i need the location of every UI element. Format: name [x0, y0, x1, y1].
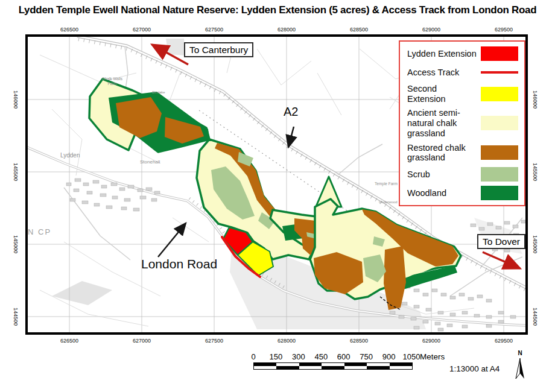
scale-bar-segment: [344, 363, 367, 366]
easting-label: 629500: [495, 27, 513, 33]
easting-label: 628000: [278, 338, 296, 344]
easting-label: 629500: [495, 338, 513, 344]
legend-color-swatch: [481, 145, 518, 160]
legend-item-label: Scrub: [407, 169, 481, 180]
scale-tick-label: 750: [360, 352, 373, 361]
scale-bar-segment: [390, 366, 412, 369]
legend-color-swatch: [481, 167, 518, 182]
legend-item-access-track: Access Track: [407, 65, 518, 80]
legend-item-woodland: Woodland: [407, 186, 518, 200]
northing-label: 145000: [532, 235, 538, 253]
easting-label: 628500: [350, 338, 368, 344]
easting-label: 626500: [60, 338, 78, 344]
northing-label: 145000: [13, 235, 19, 253]
scale-bar-segment: [299, 366, 322, 369]
a2-arrow: [288, 127, 294, 147]
scale-tick-label: 0: [251, 352, 255, 361]
temple-farm-label: Temple Farm: [375, 182, 398, 186]
easting-label: 627000: [133, 27, 151, 33]
scale-bar-segment: [322, 366, 344, 369]
legend-item-label: Lydden Extension: [407, 49, 481, 59]
scale-tick-label: 450: [314, 352, 328, 361]
map-sheet: Lydden Temple Ewell National Nature Rese…: [0, 0, 555, 392]
easting-label: 627500: [205, 27, 223, 33]
scale-bar-segment: [344, 366, 367, 369]
legend: Lydden ExtensionAccess TrackSecond Exten…: [399, 40, 525, 206]
page-title: Lydden Temple Ewell National Nature Rese…: [0, 4, 555, 16]
legend-item-label: Restored chalk grassland: [407, 143, 481, 163]
chalk-walls-farm-label: Chalk Walls Farm: [99, 77, 125, 86]
legend-item-second-extension: Second Extension: [407, 84, 518, 104]
northing-label: 145500: [532, 163, 538, 181]
scale-bar-segment: [367, 363, 389, 366]
legend-item-scrub: Scrub: [407, 167, 518, 182]
scale-tick-label: 900: [382, 352, 396, 361]
scale-tick-label: 600: [337, 352, 350, 361]
easting-label: 629000: [422, 338, 440, 344]
scale-bar-segment: [390, 363, 412, 366]
scale-bar-segment: [322, 363, 344, 366]
scale-bar-segment: [254, 363, 276, 366]
legend-item-restored-grassland: Restored chalk grassland: [407, 143, 518, 163]
scale-bar-segment: [254, 366, 276, 369]
northing-label: 144500: [13, 308, 19, 326]
map-ratio-text: 1:13000 at A4: [449, 364, 500, 373]
northing-label: 145500: [13, 163, 19, 181]
underwood-label: Underwood: [379, 200, 398, 204]
legend-color-swatch: [481, 116, 518, 130]
scale-tick-label: 1050: [403, 352, 420, 361]
to-dover-box: To Dover: [477, 234, 525, 249]
stonehall-label: Stonehall: [140, 159, 160, 165]
legend-color-swatch: [481, 186, 518, 200]
scale-bar-segment: [367, 366, 389, 369]
scale-bar-segment: [276, 363, 299, 366]
easting-label: 628500: [350, 27, 368, 33]
legend-item-label: Ancient semi-natural chalk grassland: [407, 108, 481, 138]
scale-bar: [253, 362, 413, 370]
legend-color-swatch: [481, 46, 518, 61]
north-arrow: N: [512, 350, 528, 384]
legend-item-label: Access Track: [407, 68, 481, 78]
london-road-label: London Road: [141, 257, 217, 271]
legend-item-label: Second Extension: [407, 84, 481, 104]
easting-label: 627500: [205, 338, 223, 344]
legend-item-lydden-extension: Lydden Extension: [407, 46, 518, 61]
london-road-arrow: [158, 223, 186, 257]
lydden-town-label: Lydden: [60, 152, 80, 159]
scale-bar-segment: [276, 366, 299, 369]
northing-label: 146000: [13, 90, 19, 109]
scale-tick-label: 300: [292, 352, 305, 361]
easting-label: 629000: [422, 27, 440, 33]
legend-item-label: Woodland: [407, 188, 481, 198]
scale-tick-label: 150: [270, 352, 283, 361]
scale-bar-segment: [299, 363, 322, 366]
easting-label: 626500: [60, 27, 78, 33]
north-label: N: [512, 350, 528, 356]
legend-item-ancient-grassland: Ancient semi-natural chalk grassland: [407, 108, 518, 138]
legend-line-swatch: [481, 71, 518, 74]
parish-label: N CP: [28, 227, 51, 236]
buildings-lydden: [66, 179, 160, 211]
easting-label: 628000: [278, 27, 296, 33]
a2-label: A2: [284, 105, 298, 119]
restored-grassland-se-vertical: [384, 246, 406, 310]
northing-label: 146000: [532, 90, 538, 109]
easting-label: 627000: [133, 338, 151, 344]
north-arrow-icon: [513, 356, 527, 381]
legend-color-swatch: [481, 87, 518, 101]
scale-bar-unit: Meters: [420, 352, 445, 361]
dimlake-label: Dimlake: [152, 90, 165, 94]
northing-label: 144500: [532, 308, 538, 326]
to-canterbury-box: To Canterbury: [184, 42, 253, 57]
